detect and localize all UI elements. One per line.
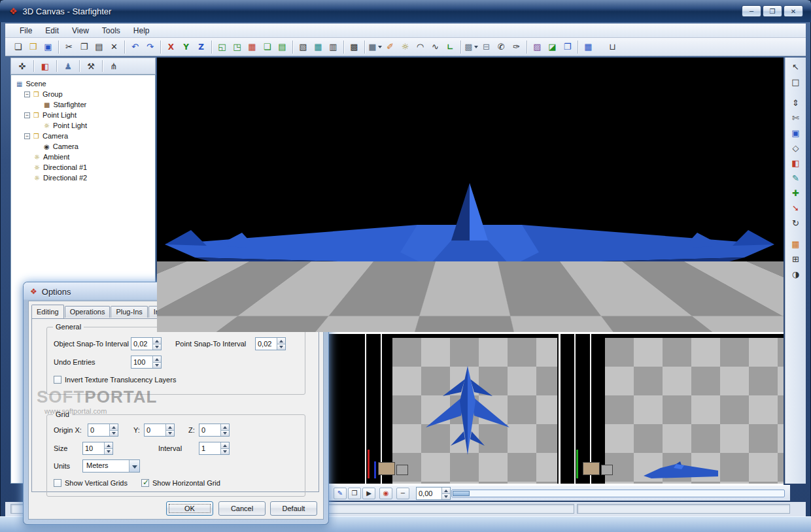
phone-object-button[interactable]: ✆	[494, 40, 509, 54]
material-editor-button[interactable]: ▨	[530, 40, 545, 54]
data-table-button[interactable]: ▦	[581, 40, 596, 54]
tab-misc[interactable]: Misc.	[317, 306, 345, 318]
animation-window-button[interactable]: ▥	[326, 40, 341, 54]
spin-up-icon[interactable]	[220, 424, 229, 430]
point-light-button[interactable]: ☼	[398, 40, 413, 54]
tree-item-camera[interactable]: ◉ Camera	[11, 141, 155, 152]
origin-z-input[interactable]	[199, 424, 220, 436]
object-snap-input[interactable]	[131, 338, 152, 350]
checkbox-box[interactable]	[54, 376, 61, 384]
camera-record-button[interactable]: ◉	[379, 488, 392, 499]
knife-button[interactable]: ✄	[788, 110, 804, 125]
deform-button[interactable]: ◇	[788, 141, 804, 156]
point-snap-input[interactable]	[256, 338, 277, 350]
tree-expander[interactable]: −	[24, 112, 30, 118]
y-axis-button[interactable]: Y	[179, 40, 194, 54]
menu-edit[interactable]: Edit	[39, 25, 65, 37]
origin-x-input[interactable]	[88, 424, 109, 436]
x-axis-handle[interactable]	[368, 450, 370, 478]
cut-button[interactable]: ✂	[61, 40, 77, 54]
spin-up-icon[interactable]	[152, 356, 161, 362]
new-button[interactable]: ❏	[10, 40, 26, 54]
tree-item-group[interactable]: − ❒ Group	[11, 89, 155, 99]
side-viewport[interactable]	[561, 334, 784, 484]
tab-editing[interactable]: Editing	[31, 305, 64, 318]
x-axis-button[interactable]: X	[164, 40, 179, 54]
copy-button[interactable]: ❐	[77, 40, 92, 54]
default-button[interactable]: Default	[270, 501, 317, 516]
size-input[interactable]	[83, 442, 104, 454]
redo-button[interactable]: ↷	[143, 40, 158, 54]
vehicle-object-button[interactable]: ⊟	[479, 40, 494, 54]
menu-file[interactable]: File	[13, 25, 39, 37]
menu-tools[interactable]: Tools	[95, 25, 127, 37]
spin-down-icon[interactable]	[165, 430, 174, 436]
tree-item-point-light[interactable]: ☼ Point Light	[11, 120, 155, 131]
ok-button[interactable]: OK	[166, 501, 213, 516]
rotate-button[interactable]: ↻	[788, 216, 804, 231]
timeline-handle[interactable]	[453, 491, 470, 496]
save-button[interactable]: ▣	[41, 40, 56, 54]
plan-window-button[interactable]: ▤	[275, 40, 290, 54]
tree-item-scene[interactable]: ▦ Scene	[11, 78, 155, 89]
tree-item-starfighter[interactable]: ■ Starfighter	[11, 99, 155, 110]
spin-up-icon[interactable]	[109, 424, 118, 430]
spin-down-icon[interactable]	[104, 448, 112, 454]
z-axis-button[interactable]: Z	[194, 40, 209, 54]
z-axis-handle[interactable]	[374, 461, 376, 478]
close-button[interactable]: ✕	[784, 5, 803, 17]
snap-menu-button[interactable]: ▩	[464, 40, 479, 54]
cancel-button[interactable]: Cancel	[218, 501, 266, 516]
show-vertical-grids-checkbox[interactable]: Show Vertical Grids	[54, 479, 128, 487]
show-horizontal-grid-checkbox[interactable]: Show Horizontal Grid	[141, 479, 220, 487]
checkbox-box[interactable]	[54, 479, 61, 487]
spin-down-icon[interactable]	[220, 448, 229, 454]
undo-button[interactable]: ↶	[128, 40, 143, 54]
tab-mat-plug-ins[interactable]: Mat. Plug-ins	[231, 306, 283, 318]
gizmo-handle[interactable]	[583, 462, 600, 475]
tree-expander[interactable]: −	[24, 133, 30, 139]
select-button[interactable]: ↖	[788, 59, 804, 75]
spin-down-icon[interactable]	[109, 430, 118, 436]
gizmo-handle[interactable]	[378, 462, 395, 475]
extrude-button[interactable]: ➘	[788, 201, 804, 216]
play-button[interactable]: ▶	[362, 488, 375, 499]
new-window-button[interactable]: ❐	[560, 40, 575, 54]
axes-widget-button[interactable]: ∟	[443, 40, 458, 54]
open-button[interactable]: ❒	[26, 40, 41, 54]
delete-button[interactable]: ✕	[107, 40, 122, 54]
undo-entries-input[interactable]	[131, 356, 152, 368]
spin-up-icon[interactable]	[220, 442, 229, 448]
perspective-window-button[interactable]: ◳	[230, 40, 245, 54]
scene-window-button[interactable]: ❏	[260, 40, 275, 54]
grid-toggle-button[interactable]: ▦	[311, 40, 326, 54]
y-axis-handle[interactable]	[576, 450, 578, 478]
spin-down-icon[interactable]	[220, 430, 229, 436]
paint-mode-button[interactable]: ◧	[37, 59, 54, 73]
interval-input[interactable]	[199, 442, 220, 454]
menu-view[interactable]: View	[65, 25, 95, 37]
gizmo-handle[interactable]	[396, 465, 408, 475]
face-select-button[interactable]: ▣	[788, 125, 804, 141]
tab-scripts[interactable]: Scripts	[284, 306, 317, 318]
remove-frame-button[interactable]: −	[396, 488, 409, 499]
tab-import-export-plug-ins[interactable]: Import/Export Plug-Ins	[148, 306, 230, 318]
checkbox-box[interactable]	[141, 479, 149, 487]
shopping-cart-button[interactable]: ⊔	[605, 40, 620, 54]
invert-texture-checkbox[interactable]: Invert Texture Translucency Layers	[54, 376, 176, 384]
primitives-menu-button[interactable]: ■	[368, 40, 383, 54]
tools-mode-button[interactable]: ⚒	[82, 59, 99, 73]
texture-window-button[interactable]: ▦	[245, 40, 260, 54]
spot-light-button[interactable]: ◠	[413, 40, 428, 54]
spin-down-icon[interactable]	[152, 362, 161, 368]
spin-down-icon[interactable]	[277, 344, 285, 350]
dialog-close-button[interactable]: ✕	[300, 286, 322, 297]
expand-button[interactable]: ⊞	[788, 252, 804, 267]
spin-down-icon[interactable]	[152, 344, 161, 350]
wireframe-window-button[interactable]: ◱	[215, 40, 230, 54]
figure-mode-button[interactable]: ♟	[60, 59, 77, 73]
tree-item-directional-2[interactable]: ☼ Directional #2	[11, 173, 155, 183]
tree-item-directional-1[interactable]: ☼ Directional #1	[11, 162, 155, 173]
minimize-button[interactable]: ─	[742, 5, 761, 17]
tab-plug-ins[interactable]: Plug-Ins	[111, 306, 147, 318]
